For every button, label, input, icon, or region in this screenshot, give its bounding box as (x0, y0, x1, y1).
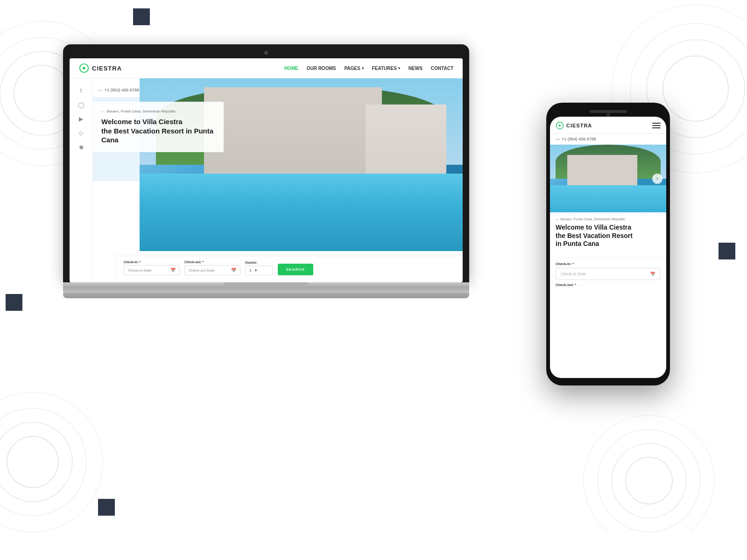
phone-booking-area: Check-in: * Check-in Date 📅 Check-out: * (550, 258, 666, 291)
phone-hero-pool (550, 185, 666, 212)
svg-point-12 (626, 457, 672, 504)
site-logo: CIESTRA (79, 63, 122, 73)
checkin-input[interactable]: Check-in Date 📅 (124, 265, 180, 275)
features-dropdown-arrow: ▾ (398, 66, 400, 70)
phone-device: CIESTRA — +1 (954) 456 6789 › (546, 103, 670, 385)
hamburger-line-1 (652, 123, 661, 124)
hero-title: Welcome to Villa Ciestra the Best Vacati… (101, 117, 215, 145)
decoration-square-right (719, 243, 735, 259)
nav-news[interactable]: NEWS (409, 66, 423, 71)
svg-point-10 (0, 408, 86, 516)
svg-point-0 (14, 65, 70, 121)
site-navbar: CIESTRA HOME OUR ROOMS PAGES ▾ FEATURES … (70, 58, 463, 78)
laptop-foot (63, 293, 469, 298)
phone-navbar: CIESTRA (550, 117, 666, 134)
phone-calendar-icon: 📅 (650, 272, 655, 276)
hero-text-box: — Bavaro, Punta Cana, Dominican Republic… (93, 102, 224, 152)
nav-home[interactable]: HOME (284, 66, 298, 71)
laptop-notch (224, 282, 308, 286)
instagram-icon[interactable]: ◯ (78, 102, 84, 108)
phone-checkout-label: Check-out: * (556, 283, 661, 287)
circles-bottom-right (579, 411, 719, 532)
guests-label: Guests: (245, 261, 273, 264)
phone-number-display: — +1 (954) 456 6789 (98, 88, 139, 92)
phone-hero-next-arrow[interactable]: › (652, 174, 662, 184)
nav-pages[interactable]: PAGES ▾ (344, 66, 363, 71)
hero-area: — Bavaro, Punta Cana, Dominican Republic… (93, 78, 463, 279)
search-button[interactable]: SEARCH (278, 264, 313, 275)
laptop-device: CIESTRA HOME OUR ROOMS PAGES ▾ FEATURES … (63, 44, 469, 298)
svg-point-8 (7, 436, 58, 488)
checkout-input[interactable]: Check-out Date 📅 (184, 265, 240, 275)
phone-hero-building (567, 155, 637, 189)
svg-point-11 (0, 392, 103, 532)
hamburger-menu[interactable] (652, 123, 661, 128)
phone-checkin-input[interactable]: Check-in Date 📅 (556, 268, 661, 280)
checkin-calendar-icon: 📅 (170, 268, 176, 273)
checkout-calendar-icon: 📅 (231, 268, 236, 273)
guests-field: Guests: 1 ▾ (245, 261, 273, 275)
pages-dropdown-arrow: ▾ (362, 66, 364, 70)
site-content: f ◯ ▶ ◇ ◉ — +1 (954) 456 6789 (70, 78, 463, 279)
hero-pool (140, 174, 463, 252)
checkin-label: Check-in: * (124, 260, 180, 264)
phone-logo: CIESTRA (556, 121, 592, 130)
youtube-icon[interactable]: ▶ (79, 116, 83, 122)
hero-location: — Bavaro, Punta Cana, Dominican Republic (101, 109, 215, 113)
site-sidebar: f ◯ ▶ ◇ ◉ (70, 78, 93, 279)
phone-text-area: — Bavaro, Punta Cana, Dominican Republic… (550, 212, 666, 258)
logo-text: CIESTRA (92, 65, 122, 72)
laptop-base (63, 282, 469, 293)
phone-outer: CIESTRA — +1 (954) 456 6789 › (546, 103, 670, 385)
guests-dropdown-arrow: ▾ (255, 268, 257, 273)
facebook-icon[interactable]: f (80, 88, 82, 94)
guests-select[interactable]: 1 ▾ (245, 266, 273, 275)
svg-point-14 (598, 429, 700, 532)
hamburger-line-2 (652, 125, 661, 126)
circles-bottom-left (0, 387, 107, 537)
phone-camera (606, 113, 610, 117)
svg-point-4 (663, 56, 728, 121)
svg-point-15 (584, 415, 714, 532)
decoration-square-bottom (98, 499, 115, 516)
foursquare-icon[interactable]: ◇ (79, 130, 83, 136)
nav-links: HOME OUR ROOMS PAGES ▾ FEATURES ▾ NEWS C… (284, 66, 453, 71)
phone-checkin-label: Check-in: * (556, 262, 661, 266)
phone-number-mobile: — +1 (954) 456 6789 (550, 134, 666, 145)
logo-icon (79, 63, 89, 73)
checkout-label: Check-out: * (184, 260, 240, 264)
phone-screen: CIESTRA — +1 (954) 456 6789 › (550, 117, 666, 378)
phone-logo-icon (556, 121, 564, 130)
hamburger-line-3 (652, 127, 661, 128)
phone-hero-image: › (550, 145, 666, 212)
laptop-camera (264, 51, 268, 55)
nav-rooms[interactable]: OUR ROOMS (307, 66, 336, 71)
phone-hero-title: Welcome to Villa Ciestra the Best Vacati… (556, 224, 661, 248)
booking-bar: Check-in: * Check-in Date 📅 Check-out: *… (116, 257, 463, 279)
checkin-field: Check-in: * Check-in Date 📅 (124, 260, 180, 275)
phone-hero-location: — Bavaro, Punta Cana, Dominican Republic (556, 217, 661, 221)
checkout-field: Check-out: * Check-out Date 📅 (184, 260, 240, 275)
svg-point-13 (612, 443, 686, 518)
svg-point-9 (0, 422, 72, 502)
hero-building (204, 87, 382, 182)
nav-features[interactable]: FEATURES ▾ (372, 66, 400, 71)
nav-contact[interactable]: CONTACT (431, 66, 453, 71)
laptop-screen: CIESTRA HOME OUR ROOMS PAGES ▾ FEATURES … (70, 58, 463, 282)
decoration-square-left (6, 294, 22, 311)
decoration-square-top (133, 8, 150, 25)
tripadvisor-icon[interactable]: ◉ (79, 144, 84, 150)
